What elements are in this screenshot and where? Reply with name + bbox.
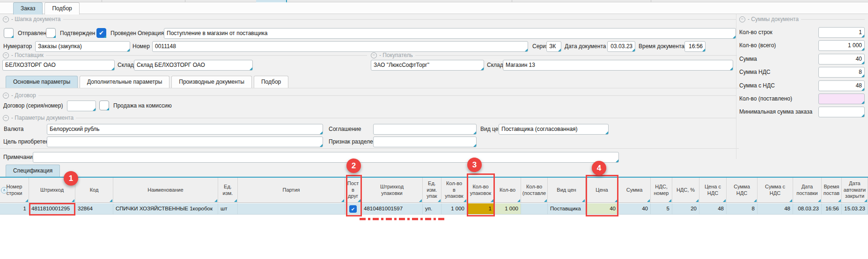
column-header-8[interactable]: Ед. изм. упак [423, 178, 441, 202]
posted-checkbox[interactable] [96, 28, 106, 38]
row-cell-22[interactable]: 16:56 [822, 203, 842, 214]
row-cell-15[interactable]: 40 [618, 203, 651, 214]
doc-date-label: Дата документа [565, 41, 606, 51]
row-cell-4[interactable]: шт [218, 203, 238, 214]
totals-field-5[interactable] [818, 94, 865, 104]
collapse-group-icon[interactable]: − [3, 93, 9, 99]
tab-order[interactable]: Заказ [13, 2, 43, 14]
row-cell-13[interactable]: Поставщика [548, 203, 586, 214]
column-header-21[interactable]: Дата поставки [793, 178, 822, 202]
column-header-15[interactable]: Сумма [618, 178, 651, 202]
row-cell-17[interactable]: 20 [672, 203, 699, 214]
column-header-label: Номер строки [7, 184, 22, 197]
doc-time-field[interactable]: 16:56 [684, 41, 706, 52]
row-cell-5[interactable] [238, 203, 345, 214]
totals-field-4[interactable]: 48 [818, 80, 865, 91]
agreement-field[interactable] [373, 124, 477, 135]
tab-main-params[interactable]: Основные параметры [6, 76, 78, 88]
numerator-field[interactable]: Заказы (закупка) [35, 41, 130, 52]
column-header-label: НДС, % [677, 187, 695, 194]
totals-field-2[interactable]: 40 [818, 54, 865, 65]
column-header-label: Наименование [147, 187, 183, 194]
column-header-3[interactable]: Наименование [113, 178, 218, 202]
collapse-group-icon[interactable]: − [371, 52, 377, 58]
purpose-field[interactable] [47, 137, 323, 147]
agreement-label: Соглашение [329, 124, 361, 134]
buyer-field[interactable]: ЗАО "ЛюксСофтТорг" [371, 60, 484, 71]
column-header-0[interactable]: Номер строки∧ [0, 178, 29, 202]
commission-checkbox[interactable] [99, 101, 109, 110]
doc-date-field[interactable]: 03.03.23 [607, 41, 635, 52]
row-cell-16[interactable]: 5 [651, 203, 672, 214]
tab-derived-docs[interactable]: Производные документы [171, 76, 252, 88]
annotation-box-barcode [29, 203, 75, 216]
row-cell-3[interactable]: СПИЧКИ ХОЗЯЙСТВЕННЫЕ 1коробок [113, 203, 218, 214]
tab-additional-params[interactable]: Дополнительные параметры [80, 76, 169, 88]
row-cell-0[interactable]: 1 [0, 203, 29, 214]
confirmed-checkbox[interactable] [46, 28, 56, 38]
row-cell-18[interactable]: 48 [699, 203, 727, 214]
tab-specification[interactable]: Спецификация [6, 165, 60, 177]
operation-field[interactable]: Поступление в магазин от поставщика [164, 28, 736, 39]
totals-field-3[interactable]: 8 [818, 67, 865, 78]
collapse-rows-icon[interactable]: ∧ [1, 187, 7, 194]
totals-label-2: Сумма [739, 54, 757, 64]
column-header-12[interactable]: Кол-во (поставле [521, 178, 548, 202]
row-cell-9[interactable]: 1 000 [441, 203, 467, 214]
collapse-group-icon[interactable]: − [3, 115, 9, 121]
column-header-label: Партия [282, 187, 300, 194]
buyer-warehouse-field[interactable]: Магазин 13 [503, 60, 733, 71]
column-header-18[interactable]: Цена с НДС [699, 178, 727, 202]
column-header-2[interactable]: Код [75, 178, 113, 202]
division-field[interactable] [373, 137, 477, 147]
column-header-7[interactable]: Штрихкод упаковки [361, 178, 423, 202]
collapse-group-icon[interactable]: − [3, 52, 9, 58]
column-header-19[interactable]: Сумма НДС [727, 178, 758, 202]
totals-field-1[interactable]: 1 000 [818, 40, 865, 51]
group-header-contract: − Договор [3, 92, 736, 99]
contract-number-field[interactable] [67, 101, 96, 111]
column-header-20[interactable]: Сумма с НДС [758, 178, 793, 202]
column-header-13[interactable]: Вид цен [548, 178, 586, 202]
series-field[interactable]: ЗК [546, 41, 561, 52]
row-cell-20[interactable]: 48 [758, 203, 793, 214]
totals-field-6[interactable] [818, 107, 865, 117]
row-cell-7[interactable]: 4810481001597 [361, 203, 423, 214]
number-label: Номер [132, 41, 150, 51]
row-cell-11[interactable]: 1 000 [494, 203, 521, 214]
column-header-22[interactable]: Время постав [822, 178, 842, 202]
row-cell-12[interactable] [521, 203, 548, 214]
spec-table-row[interactable]: 1481181000129532864СПИЧКИ ХОЗЯЙСТВЕННЫЕ … [0, 203, 868, 215]
row-cell-23[interactable]: 15.03.23 [842, 203, 868, 214]
column-header-23[interactable]: Дата автомати закрыти [842, 178, 868, 202]
number-field[interactable]: 0011148 [152, 41, 528, 52]
supplier-field[interactable]: БЕЛХОЗТОРГ ОАО [2, 60, 115, 71]
row-cell-2[interactable]: 32864 [75, 203, 113, 214]
note-field[interactable] [33, 152, 619, 163]
sent-checkbox[interactable] [4, 28, 14, 38]
column-header-label: Штрихкод [40, 187, 64, 194]
collapse-group-icon[interactable]: − [3, 16, 9, 22]
column-header-17[interactable]: НДС, % [672, 178, 699, 202]
row-cell-21[interactable]: 08.03.23 [793, 203, 822, 214]
column-header-label: Ед. изм. упак [427, 180, 437, 200]
price-type-field[interactable]: Поставщика (согласованная) [499, 124, 609, 135]
row-cell-19[interactable]: 8 [727, 203, 758, 214]
column-header-11[interactable]: Кол-во [494, 178, 521, 202]
tab-podbor[interactable]: Подбор [44, 2, 79, 14]
column-header-label: Вид цен [557, 187, 576, 194]
tab-selection[interactable]: Подбор [254, 76, 288, 88]
supplier-warehouse-field[interactable]: Склад БЕЛХОЗТОРГ ОАО [134, 60, 253, 71]
column-header-5[interactable]: Партия [238, 178, 345, 202]
collapse-group-icon[interactable]: − [739, 16, 745, 22]
column-header-9[interactable]: Кол-во в упаковк [441, 178, 467, 202]
currency-field[interactable]: Белорусский рубль [47, 124, 323, 135]
totals-panel: − Суммы документа Кол-во строк1Кол-во (в… [736, 14, 867, 159]
row-cell-8[interactable]: уп. [423, 203, 441, 214]
column-header-4[interactable]: Ед. изм. [218, 178, 238, 202]
totals-field-0[interactable]: 1 [818, 27, 865, 38]
column-header-16[interactable]: НДС, номер [651, 178, 672, 202]
totals-label-4: Сумма с НДС [739, 80, 775, 91]
column-header-label: Сумма [626, 187, 643, 194]
annotation-badge-4: 4 [592, 161, 606, 175]
